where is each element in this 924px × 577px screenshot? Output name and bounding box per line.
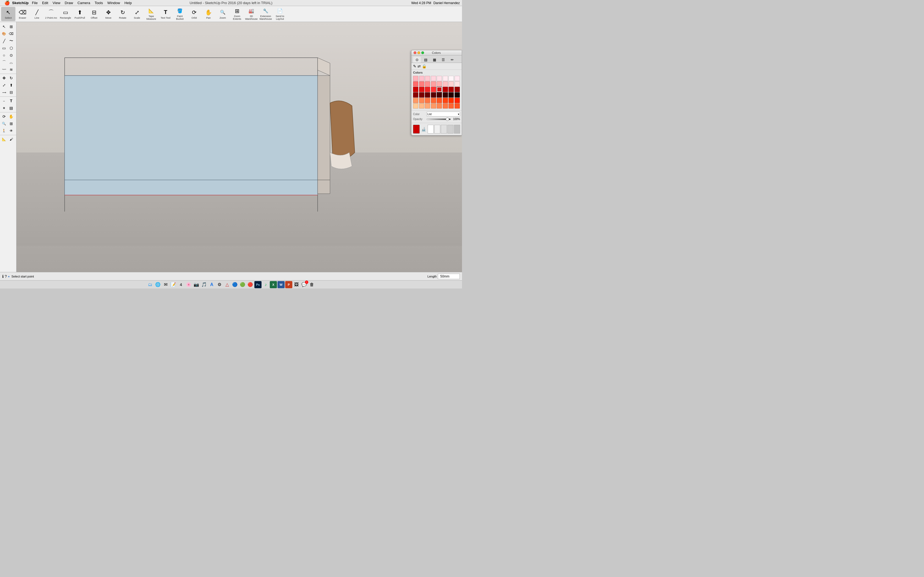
dock-chrome[interactable]: 🔵	[231, 281, 238, 288]
tab-sliders[interactable]: ▤	[422, 56, 430, 63]
menu-window[interactable]: Window	[105, 0, 122, 5]
color-swatch[interactable]	[419, 98, 424, 103]
sidebar-look-tool[interactable]: 👁	[8, 127, 15, 134]
sidebar-zoom-ext-tool[interactable]: ⊞	[8, 120, 15, 127]
color-mode-dropdown[interactable]: List ▾	[426, 111, 460, 116]
color-swatch[interactable]	[443, 103, 448, 108]
status-help-icon[interactable]: ℹ	[2, 274, 3, 279]
sidebar-paint2-tool[interactable]: 🖌	[8, 136, 15, 143]
color-swatch[interactable]	[425, 81, 430, 87]
color-swatch[interactable]	[431, 98, 436, 103]
sidebar-circle2-tool[interactable]: ⊙	[8, 52, 15, 59]
flip-icon[interactable]: ⇄	[417, 64, 421, 68]
color-swatch[interactable]	[419, 76, 424, 81]
color-swatch[interactable]	[419, 81, 424, 87]
sidebar-pushpull-tool[interactable]: ⬆	[8, 82, 15, 89]
tab-palette[interactable]: ▦	[431, 56, 438, 63]
color-swatch[interactable]	[419, 87, 424, 92]
color-swatch[interactable]	[425, 92, 430, 98]
sidebar-arc-tool[interactable]: ⌒	[0, 59, 8, 66]
tab-color-wheel[interactable]: ⊙	[413, 56, 421, 63]
menu-draw[interactable]: Draw	[62, 0, 75, 5]
sidebar-pan-tool[interactable]: ✋	[8, 113, 15, 120]
color-swatch-selected[interactable]	[437, 87, 442, 92]
dock-photoshop[interactable]: Ps	[254, 281, 262, 288]
tool-extension-warehouse[interactable]: 🔧 Extension Warehouse	[258, 7, 273, 21]
menu-tools[interactable]: Tools	[92, 0, 105, 5]
canvas-area[interactable]	[16, 22, 462, 272]
white-swatch-2[interactable]	[434, 125, 440, 134]
color-swatch[interactable]	[449, 103, 454, 108]
lock-icon[interactable]: 🔒	[422, 64, 426, 68]
dock-trash[interactable]: 🗑	[308, 281, 315, 288]
sidebar-spline-tool[interactable]: 〰	[0, 66, 8, 73]
dock-preview[interactable]: 🖼	[293, 281, 300, 288]
tool-orbit[interactable]: ⟳ Orbit	[187, 7, 201, 21]
color-swatch[interactable]	[413, 92, 418, 98]
sidebar-line-tool[interactable]: ╱	[0, 37, 8, 45]
color-swatch[interactable]	[455, 103, 460, 108]
tool-select[interactable]: ↖ Select	[1, 7, 15, 21]
dock-safari[interactable]: 🌐	[154, 281, 162, 288]
pencil-icon[interactable]: ✎	[413, 64, 416, 68]
color-swatch[interactable]	[413, 81, 418, 87]
color-swatch[interactable]	[431, 103, 436, 108]
color-swatch[interactable]	[449, 81, 454, 87]
color-swatch[interactable]	[443, 92, 448, 98]
tool-zoom-extents[interactable]: ⊞ Zoom Extents	[230, 7, 244, 21]
menu-file[interactable]: File	[30, 0, 40, 5]
dock-appstore[interactable]: A	[208, 281, 215, 288]
color-swatch[interactable]	[455, 81, 460, 87]
colors-panel-maximize[interactable]	[421, 52, 424, 54]
white-swatch-4[interactable]	[447, 125, 454, 134]
tool-paint-bucket[interactable]: 🪣 Paint Bucket	[173, 7, 187, 21]
color-swatch[interactable]	[413, 103, 418, 108]
color-swatch[interactable]	[449, 76, 454, 81]
color-swatch[interactable]	[425, 98, 430, 103]
length-input[interactable]: 50mm	[438, 274, 460, 279]
color-swatch[interactable]	[413, 76, 418, 81]
dock-mail[interactable]: ✉	[162, 281, 169, 288]
dock-whatsapp[interactable]: 💬 3	[300, 281, 308, 288]
color-swatch[interactable]	[455, 98, 460, 103]
white-swatch-1[interactable]	[428, 125, 434, 134]
sidebar-arc2-tool[interactable]: ⌓	[8, 59, 15, 66]
color-swatch[interactable]	[443, 81, 448, 87]
dock-sketchup[interactable]: 🟢	[239, 281, 246, 288]
eyedropper-icon[interactable]: 🔬	[421, 126, 426, 132]
dock-word[interactable]: W	[278, 281, 284, 288]
tool-move[interactable]: ✥ Move	[101, 7, 115, 21]
sidebar-component-tool[interactable]: ⊞	[8, 23, 15, 30]
sidebar-text-sidebar-tool[interactable]: T	[8, 97, 15, 105]
dock-calendar[interactable]: 4	[178, 281, 184, 288]
selected-color-swatch[interactable]	[413, 125, 420, 134]
tool-send-to-layout[interactable]: 📄 Send to LayOut	[273, 7, 287, 21]
color-swatch[interactable]	[419, 92, 424, 98]
sidebar-measure-tool[interactable]: 📐	[0, 136, 8, 143]
dock-finder[interactable]: 🗂	[147, 281, 154, 288]
tool-rectangle[interactable]: ▭ Rectangle	[58, 7, 73, 21]
tool-text[interactable]: T Text Tool	[158, 7, 173, 21]
color-swatch[interactable]	[437, 81, 442, 87]
color-swatch[interactable]	[455, 92, 460, 98]
tool-3d-warehouse[interactable]: 🏭 3D Warehouse	[244, 7, 258, 21]
dock-notes[interactable]: 📝	[170, 281, 177, 288]
dock-spotify[interactable]: ♪	[262, 281, 269, 288]
color-swatch[interactable]	[431, 76, 436, 81]
tool-pan[interactable]: ✋ Pan	[201, 7, 216, 21]
sidebar-polygon-tool[interactable]: ⬡	[8, 45, 15, 52]
dock-prefs[interactable]: ⚙	[216, 281, 223, 288]
sidebar-dimension-tool[interactable]: ↔	[0, 97, 8, 105]
menu-edit[interactable]: Edit	[40, 0, 50, 5]
sidebar-walk-tool[interactable]: 🚶	[0, 127, 8, 134]
tab-crayons[interactable]: ✏	[448, 56, 456, 63]
tool-rotate[interactable]: ↻ Rotate	[115, 7, 130, 21]
color-swatch[interactable]	[431, 81, 436, 87]
dock-pp[interactable]: P	[285, 281, 292, 288]
dock-artrage[interactable]: 🔴	[247, 281, 254, 288]
color-swatch[interactable]	[437, 103, 442, 108]
dock-image-capture[interactable]: 📷	[193, 281, 200, 288]
opacity-slider[interactable]	[426, 118, 451, 120]
color-swatch[interactable]	[455, 87, 460, 92]
tool-scale[interactable]: ⤢ Scale	[130, 7, 144, 21]
